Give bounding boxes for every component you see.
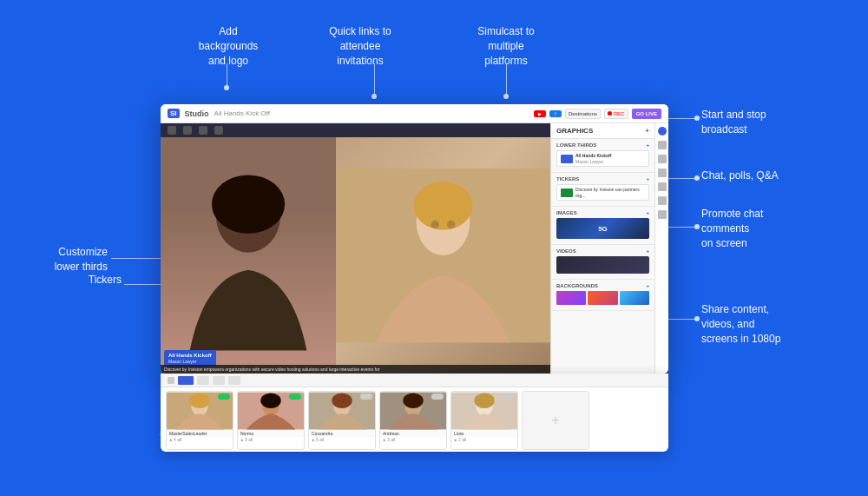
svg-point-18: [403, 393, 423, 409]
presenter-card-3[interactable]: Cassandra ●5 all: [308, 391, 376, 450]
qa-icon[interactable]: [658, 182, 667, 191]
chat-polls-annotation: Chat, polls, Q&A: [701, 169, 814, 183]
graphics-panel: GRAPHICS + LOWER THIRDS + All Hands Kick…: [550, 123, 654, 374]
ticker-bar: Discover by Invision empowers organizati…: [161, 365, 550, 374]
svg-point-9: [189, 393, 209, 409]
destinations-button[interactable]: Destinations: [565, 109, 601, 119]
presenter-toggle-4[interactable]: [431, 393, 444, 400]
images-section: IMAGES +: [551, 207, 654, 245]
title-bar: SI Studio All Hands Kick Off ▶ f Destina…: [161, 104, 668, 123]
lower-thirds-title: LOWER THIRDS +: [556, 142, 649, 148]
settings-icon[interactable]: [658, 210, 667, 219]
bg-thumb-1[interactable]: [556, 291, 586, 305]
title-bar-icons: ▶ f Destinations REC GO LIVE: [534, 109, 661, 119]
ticker-item[interactable]: Discover by Invision can partners org...: [556, 184, 649, 201]
presenter-toggle-5[interactable]: [503, 393, 515, 400]
presenter-toolbar: [161, 374, 668, 387]
studio-window: SI Studio All Hands Kick Off ▶ f Destina…: [161, 104, 668, 374]
start-stop-annotation: Start and stopbroadcast: [701, 108, 814, 137]
images-title: IMAGES +: [556, 210, 649, 215]
lt-thumb: [561, 155, 573, 163]
bg-thumb-2[interactable]: [588, 291, 617, 305]
video-toolbar: [161, 123, 550, 137]
presenter-card-name-4: Andreao: [380, 430, 446, 437]
layout-icon: [199, 126, 207, 135]
presenter-video-2: [336, 137, 550, 374]
studio-logo: SI: [168, 109, 180, 118]
camera-icon: [168, 126, 176, 135]
layout-btn-4[interactable]: [228, 376, 240, 385]
rec-dot: [608, 111, 612, 116]
tickers-title: TICKERS +: [556, 176, 649, 182]
add-backgrounds-annotation: Add backgrounds and logo: [189, 24, 267, 68]
presenter-card-2[interactable]: Norma ●3 all: [237, 391, 305, 450]
promote-chat-annotation: Promote chatcommentson screen: [701, 207, 814, 250]
layout-btn-2[interactable]: [197, 376, 209, 385]
presenter-toggle-2[interactable]: [289, 393, 301, 400]
presenter-toggle-3[interactable]: [360, 393, 372, 400]
customize-lower-annotation: Customizelower thirds: [12, 245, 108, 274]
presenter-card-name-3: Cassandra: [309, 430, 375, 437]
image-thumb[interactable]: [556, 218, 649, 239]
ticker-thumb: [561, 188, 573, 197]
sidebar-icon-1[interactable]: [658, 127, 667, 136]
simulcast-annotation: Simulcast to multiple platforms: [467, 24, 545, 68]
presenter-panel: MasterSalesLeader ●4 all Norma ●3 all: [161, 374, 668, 452]
svg-point-15: [332, 393, 352, 409]
people-icon: [214, 126, 223, 135]
chat-icon[interactable]: [658, 155, 667, 163]
presenter-card-name-2: Norma: [238, 430, 304, 437]
video-right: [336, 137, 550, 374]
quick-links-annotation: Quick links to attendee invitations: [321, 24, 399, 68]
layout-btn-1[interactable]: [178, 376, 194, 385]
presenter-title: Mason Lawyer: [168, 359, 212, 365]
lower-thirds-section: LOWER THIRDS + All Hands Kickoff Mason L…: [551, 139, 654, 173]
pp-add-icon[interactable]: [168, 377, 174, 384]
backgrounds-section: BACKGROUNDS +: [551, 280, 654, 311]
presenter-cards: MasterSalesLeader ●4 all Norma ●3 all: [161, 387, 668, 452]
videos-section: VIDEOS +: [551, 245, 654, 280]
session-name: All Hands Kick Off: [214, 109, 529, 117]
facebook-icon[interactable]: f: [549, 110, 562, 117]
presenter-card-name-5: Liora: [451, 430, 517, 437]
presenter-card-4[interactable]: Andreao ●3 all: [379, 391, 447, 450]
presenter-card-name-1: MasterSalesLeader: [167, 430, 233, 437]
right-sidebar: [654, 123, 668, 374]
lt-item-text: All Hands Kickoff Mason Lawyer: [575, 153, 611, 164]
video-thumb[interactable]: [556, 256, 649, 274]
youtube-icon[interactable]: ▶: [534, 110, 546, 117]
presenter-card-5[interactable]: Liora ●2 all: [450, 391, 518, 450]
layout-btn-3[interactable]: [213, 376, 225, 385]
presenter-toggle-1[interactable]: [218, 393, 230, 400]
backgrounds-title: BACKGROUNDS +: [556, 283, 649, 288]
video-area: All Hands Kickoff Mason Lawyer: [161, 137, 550, 374]
share-content-annotation: Share content,videos, andscreens in 1080…: [701, 302, 823, 346]
graphics-header: GRAPHICS +: [551, 123, 654, 139]
presenter-card-6[interactable]: +: [522, 391, 589, 450]
svg-point-5: [431, 221, 439, 228]
rec-button[interactable]: REC: [604, 109, 628, 119]
svg-point-6: [447, 221, 455, 228]
presenter-card-1[interactable]: MasterSalesLeader ●4 all: [166, 391, 233, 450]
backgrounds-row: [556, 291, 649, 305]
presenter-name: All Hands Kickoff: [168, 352, 212, 359]
svg-point-21: [474, 393, 494, 409]
video-panel: All Hands Kickoff Mason Lawyer: [161, 123, 550, 374]
sidebar-icon-2[interactable]: [658, 141, 667, 149]
tickers-annotation: Tickers: [26, 273, 122, 288]
presenter-video-1: [161, 137, 336, 374]
tickers-section: TICKERS + Discover by Invision can partn…: [551, 173, 654, 207]
screen-icon: [183, 126, 192, 135]
main-content: All Hands Kickoff Mason Lawyer: [161, 123, 668, 374]
ticker-item-text: Discover by Invision can partners org...: [575, 187, 645, 198]
go-live-button[interactable]: GO LIVE: [632, 109, 661, 119]
videos-title: VIDEOS +: [556, 248, 649, 254]
lower-third-item[interactable]: All Hands Kickoff Mason Lawyer: [556, 150, 649, 167]
bg-thumb-3[interactable]: [620, 291, 649, 305]
svg-point-1: [212, 175, 285, 233]
poll-icon[interactable]: [658, 169, 667, 177]
people-sidebar-icon[interactable]: [658, 196, 667, 205]
app-name: Studio: [185, 109, 209, 118]
svg-point-12: [260, 393, 280, 409]
svg-point-4: [414, 182, 473, 230]
